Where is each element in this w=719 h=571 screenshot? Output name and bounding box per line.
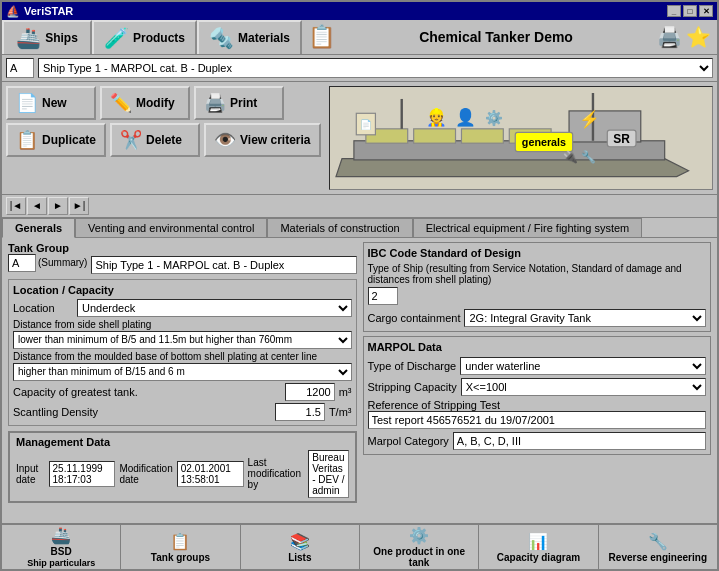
- products-icon: 🧪: [104, 26, 129, 50]
- star-icon: ⭐: [686, 25, 711, 49]
- capacity-icon: 📊: [528, 532, 548, 551]
- marpol-cat-label: Marpol Category: [368, 435, 449, 447]
- bottom-tab-one-product[interactable]: ⚙️ One product in one tank: [360, 525, 479, 569]
- svg-text:👷: 👷: [425, 107, 446, 128]
- reference-input[interactable]: [368, 411, 707, 429]
- bottom-tab-tank-groups[interactable]: 📋 Tank groups: [121, 525, 240, 569]
- nav-prev-btn[interactable]: ◄: [27, 197, 47, 215]
- svg-text:📄: 📄: [359, 119, 371, 131]
- scantling-input[interactable]: [275, 403, 325, 421]
- tank-group-summary: (Summary): [38, 257, 87, 268]
- tab-venting[interactable]: Venting and environmental control: [75, 218, 267, 237]
- location-select[interactable]: Underdeck: [77, 299, 352, 317]
- minimize-btn[interactable]: _: [667, 5, 681, 17]
- location-label: Location: [13, 302, 73, 314]
- stripping-select[interactable]: X<=100l: [461, 378, 706, 396]
- last-mod-value: Bureau Veritas - DEV / admin: [308, 450, 348, 498]
- tank-group-code-field[interactable]: [8, 254, 36, 272]
- ships-icon: 🚢: [16, 26, 41, 50]
- tank-group-label: Tank Group: [8, 242, 69, 254]
- tank-group-name-field[interactable]: [91, 256, 356, 274]
- location-capacity-header: Location / Capacity: [13, 284, 352, 296]
- bottom-tab-reverse[interactable]: 🔧 Reverse engineering: [599, 525, 717, 569]
- tab-generals[interactable]: Generals: [2, 218, 75, 238]
- nav-icon: 📋: [308, 24, 335, 50]
- printer-icon: 🖨️: [657, 25, 682, 49]
- type-ship-input[interactable]: [368, 287, 398, 305]
- capacity-unit: m³: [339, 386, 352, 398]
- tab-electrical[interactable]: Electrical equipment / Fire fighting sys…: [413, 218, 643, 237]
- input-date-label: Input date: [16, 463, 45, 485]
- nav-next-btn[interactable]: ►: [48, 197, 68, 215]
- marpol-cat-input[interactable]: [453, 432, 706, 450]
- view-criteria-icon: 👁️: [214, 129, 236, 151]
- svg-rect-4: [413, 129, 455, 143]
- window-title: VeriSTAR: [24, 5, 73, 17]
- print-button[interactable]: 🖨️ Print: [194, 86, 284, 120]
- capacity-input[interactable]: [285, 383, 335, 401]
- delete-icon: ✂️: [120, 129, 142, 151]
- stripping-label: Stripping Capacity: [368, 381, 457, 393]
- one-product-icon: ⚙️: [409, 526, 429, 545]
- bottom-tab-capacity[interactable]: 📊 Capacity diagram: [479, 525, 598, 569]
- tab-ships[interactable]: 🚢 Ships: [2, 20, 92, 54]
- nav-last-btn[interactable]: ►|: [69, 197, 89, 215]
- management-header: Management Data: [16, 436, 349, 448]
- discharge-select[interactable]: under waterline: [460, 357, 706, 375]
- nav-first-btn[interactable]: |◄: [6, 197, 26, 215]
- main-window: ⛵ VeriSTAR _ □ ✕ 🚢 Ships 🧪 Products 🔩 M: [0, 0, 719, 571]
- close-btn[interactable]: ✕: [699, 5, 713, 17]
- reference-label: Reference of Stripping Test: [368, 399, 500, 411]
- distance-side-select[interactable]: lower than minimum of B/5 and 11.5m but …: [13, 331, 352, 349]
- location-capacity-section: Location / Capacity Location Underdeck D…: [8, 279, 357, 426]
- lists-icon: 📚: [290, 532, 310, 551]
- view-criteria-button[interactable]: 👁️ View criteria: [204, 123, 321, 157]
- modify-button[interactable]: ✏️ Modify: [100, 86, 190, 120]
- tank-group-code-input[interactable]: [6, 58, 34, 78]
- ship-select[interactable]: Ship Type 1 - MARPOL cat. B - Duplex: [38, 58, 713, 78]
- ship-svg: 📄 👷 👤 ⚙️ generals ⚡ SR 🔌 🔧: [330, 87, 712, 189]
- maximize-btn[interactable]: □: [683, 5, 697, 17]
- tab-products[interactable]: 🧪 Products: [92, 20, 197, 54]
- reverse-icon: 🔧: [648, 532, 668, 551]
- distance-bottom-select[interactable]: higher than minimum of B/15 and 6 m: [13, 363, 352, 381]
- new-icon: 📄: [16, 92, 38, 114]
- mod-date-label: Modification date: [119, 463, 172, 485]
- ibc-header: IBC Code Standard of Design: [368, 247, 707, 259]
- svg-text:⚙️: ⚙️: [485, 109, 503, 127]
- input-date-value: 25.11.1999 18:17:03: [49, 461, 116, 487]
- modify-icon: ✏️: [110, 92, 132, 114]
- app-title: Chemical Tanker Demo: [419, 29, 573, 45]
- tank-groups-icon: 📋: [170, 532, 190, 551]
- ship-diagram: 📄 👷 👤 ⚙️ generals ⚡ SR 🔌 🔧: [329, 86, 713, 190]
- svg-rect-5: [461, 129, 503, 143]
- left-panel: Tank Group (Summary) Location / Capacity…: [8, 242, 357, 519]
- duplicate-button[interactable]: 📋 Duplicate: [6, 123, 106, 157]
- new-button[interactable]: 📄 New: [6, 86, 96, 120]
- distance-side-label: Distance from side shell plating: [13, 319, 352, 330]
- last-mod-label: Last modification by: [248, 457, 305, 490]
- cargo-label: Cargo containment: [368, 312, 461, 324]
- scantling-label: Scantling Density: [13, 406, 271, 418]
- svg-text:SR: SR: [613, 132, 630, 146]
- ships-label: Ships: [45, 31, 78, 45]
- title-bar: ⛵ VeriSTAR _ □ ✕: [2, 2, 717, 20]
- cargo-select[interactable]: 2G: Integral Gravity Tank: [464, 309, 706, 327]
- type-ship-label: Type of Ship (resulting from Service Not…: [368, 263, 707, 285]
- svg-text:⚡: ⚡: [578, 109, 599, 130]
- delete-button[interactable]: ✂️ Delete: [110, 123, 200, 157]
- distance-bottom-label: Distance from the moulded base of bottom…: [13, 351, 352, 362]
- tab-materials[interactable]: 🔩 Materials: [197, 20, 302, 54]
- management-data-section: Management Data Input date 25.11.1999 18…: [8, 431, 357, 503]
- tab-materials[interactable]: Materials of construction: [267, 218, 412, 237]
- duplicate-icon: 📋: [16, 129, 38, 151]
- bottom-tab-lists[interactable]: 📚 Lists: [241, 525, 360, 569]
- marpol-header: MARPOL Data: [368, 341, 707, 353]
- svg-text:generals: generals: [521, 136, 565, 148]
- app-icon: ⛵: [6, 5, 20, 18]
- discharge-label: Type of Discharge: [368, 360, 457, 372]
- svg-text:🔌: 🔌: [563, 149, 578, 164]
- bsd-icon: 🚢: [51, 526, 71, 545]
- bottom-tab-bsd[interactable]: 🚢 BSD Ship particulars: [2, 525, 121, 569]
- ibc-section: IBC Code Standard of Design Type of Ship…: [363, 242, 712, 332]
